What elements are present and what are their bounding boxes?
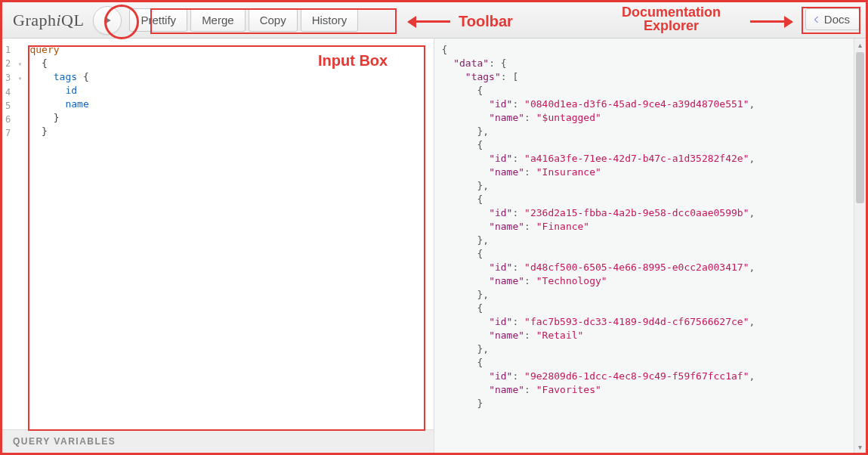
chevron-left-icon [812,15,821,24]
query-editor-panel: 1 2 ▾3 ▾4 5 6 7 query { tags { id name }… [2,39,434,453]
copy-button[interactable]: Copy [249,8,298,32]
scrollbar-thumb[interactable] [856,52,864,203]
app-logo: GraphiQL [13,11,84,30]
history-button[interactable]: History [301,8,359,32]
run-button[interactable] [93,6,122,35]
result-scrollbar[interactable]: ▴ ▾ [854,39,866,453]
prettify-button[interactable]: Prettify [129,8,187,32]
merge-button[interactable]: Merge [190,8,246,32]
main-split: 1 2 ▾3 ▾4 5 6 7 query { tags { id name }… [2,39,866,453]
scroll-down-icon[interactable]: ▾ [854,441,866,453]
result-panel: { "data": { "tags": [ { "id": "0840d1ea-… [434,39,866,453]
line-gutter: 1 2 ▾3 ▾4 5 6 7 [2,39,26,429]
query-editor[interactable]: 1 2 ▾3 ▾4 5 6 7 query { tags { id name }… [2,39,434,429]
docs-label: Docs [824,13,850,26]
result-json: { "data": { "tags": [ { "id": "0840d1ea-… [434,39,866,415]
topbar: GraphiQL Prettify Merge Copy History Doc… [2,2,866,39]
toolbar-buttons: Prettify Merge Copy History [129,8,358,32]
scroll-up-icon[interactable]: ▴ [854,39,866,51]
query-variables-toggle[interactable]: QUERY VARIABLES [2,429,434,453]
query-code[interactable]: query { tags { id name } } [26,39,94,429]
docs-button[interactable]: Docs [805,8,860,30]
play-icon [101,14,113,26]
